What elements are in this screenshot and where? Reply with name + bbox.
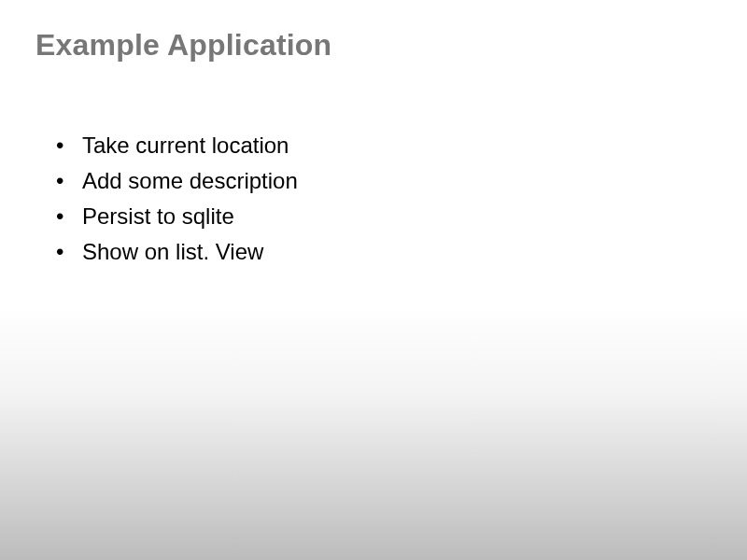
slide-content: • Take current location • Add some descr… [56, 131, 298, 273]
list-item: • Persist to sqlite [56, 202, 298, 231]
bullet-text: Add some description [82, 166, 298, 196]
bullet-icon: • [56, 202, 82, 231]
slide: Example Application • Take current locat… [0, 0, 747, 560]
bullet-icon: • [56, 131, 82, 161]
bullet-text: Take current location [82, 131, 289, 161]
list-item: • Take current location [56, 131, 298, 161]
bullet-icon: • [56, 166, 82, 196]
slide-title: Example Application [35, 28, 331, 63]
bullet-text: Show on list. View [82, 237, 263, 267]
bullet-text: Persist to sqlite [82, 202, 234, 231]
list-item: • Add some description [56, 166, 298, 196]
bullet-icon: • [56, 237, 82, 267]
list-item: • Show on list. View [56, 237, 298, 267]
